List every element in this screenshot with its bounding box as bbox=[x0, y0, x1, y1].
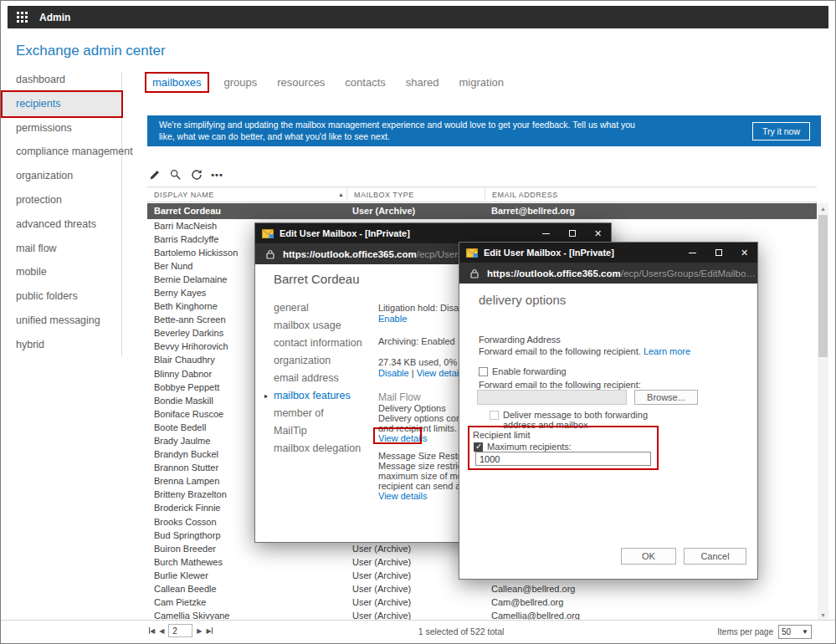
archive-links: Disable | View details bbox=[378, 368, 465, 378]
window-controls: ✕ bbox=[533, 223, 611, 243]
maximum-recipients-label: Maximum recipients: bbox=[487, 442, 572, 452]
mailbox-settings-menu: generalmailbox usagecontact informationo… bbox=[274, 299, 362, 457]
search-icon[interactable] bbox=[168, 167, 182, 181]
page-number-input[interactable] bbox=[168, 624, 192, 637]
scroll-up-icon[interactable]: ▲ bbox=[818, 203, 828, 214]
sidebar-nav: dashboardrecipientspermissionscompliance… bbox=[3, 68, 121, 357]
display-name-cell: Buiron Breeder bbox=[154, 542, 345, 555]
table-row[interactable]: Cam PietzkeUser (Archive)Cam@bellred.org bbox=[147, 595, 817, 609]
browse-button[interactable]: Browse... bbox=[634, 390, 698, 405]
delivery-view-details-link[interactable]: View details bbox=[378, 433, 428, 443]
email-address-cell: Callean@bellred.org bbox=[491, 582, 809, 595]
items-per-page: Items per page 50 ▼ bbox=[717, 625, 812, 639]
column-header-email-address[interactable]: EMAIL ADDRESS bbox=[485, 187, 817, 202]
deliver-both-checkbox[interactable] bbox=[490, 411, 499, 420]
menu-item-general[interactable]: general bbox=[274, 299, 362, 317]
pagination-controls: ◀ ◀ ▶ ▶ bbox=[149, 624, 213, 637]
menu-item-email-address[interactable]: email address bbox=[274, 370, 362, 387]
sidebar-item-hybrid[interactable]: hybrid bbox=[3, 333, 121, 357]
maximum-recipients-input[interactable] bbox=[475, 452, 651, 466]
menu-item-mailtip[interactable]: MailTip bbox=[274, 422, 362, 440]
table-row[interactable]: Callean BeedleUser (Archive)Callean@bell… bbox=[147, 582, 817, 595]
table-row[interactable]: Camellia SkivyaneUser (Archive)Camellia@… bbox=[147, 609, 817, 621]
sidebar-item-recipients[interactable]: recipients bbox=[3, 92, 121, 116]
menu-item-mailbox-usage[interactable]: mailbox usage bbox=[274, 317, 362, 335]
enable-forwarding-checkbox[interactable] bbox=[479, 367, 488, 376]
column-header-mailbox-type[interactable]: MAILBOX TYPE bbox=[346, 187, 485, 202]
try-it-now-button[interactable]: Try it now bbox=[752, 122, 810, 141]
sidebar-item-organization[interactable]: organization bbox=[3, 164, 121, 188]
link-separator: | bbox=[409, 368, 417, 378]
tab-shared[interactable]: shared bbox=[401, 72, 444, 93]
menu-item-contact-information[interactable]: contact information bbox=[274, 335, 362, 352]
menu-item-organization[interactable]: organization bbox=[274, 352, 362, 370]
popup1-titlebar[interactable]: Edit User Mailbox - [InPrivate] ✕ bbox=[255, 223, 611, 243]
prev-page-button[interactable]: ◀ bbox=[159, 627, 164, 635]
feedback-banner: We're simplifying and updating the mailb… bbox=[147, 115, 821, 146]
last-page-button[interactable]: ▶ bbox=[206, 627, 212, 635]
sidebar-item-dashboard[interactable]: dashboard bbox=[3, 68, 121, 92]
menu-item-mailbox-features[interactable]: ▸mailbox features bbox=[274, 387, 362, 405]
scrollbar[interactable]: ▲ ▼ bbox=[818, 203, 828, 621]
sidebar-item-unified-messaging[interactable]: unified messaging bbox=[3, 309, 121, 333]
popup2-titlebar[interactable]: Edit User Mailbox - [InPrivate] ✕ bbox=[459, 243, 757, 263]
display-name-cell: Callean Beedle bbox=[154, 582, 345, 595]
mail-window-icon bbox=[262, 229, 274, 238]
items-per-page-select[interactable]: 50 ▼ bbox=[778, 625, 812, 639]
recipient-limit-title: Recipient limit bbox=[473, 430, 530, 440]
maximize-button[interactable] bbox=[705, 243, 731, 263]
sidebar-item-mail-flow[interactable]: mail flow bbox=[3, 237, 121, 261]
forwarding-recipient-input[interactable] bbox=[477, 390, 627, 405]
delivery-options-desc2: and recipient limits. bbox=[378, 423, 457, 433]
app-launcher-icon[interactable] bbox=[17, 12, 28, 23]
mail-window-icon bbox=[466, 248, 478, 258]
chevron-down-icon: ▼ bbox=[802, 628, 808, 636]
tab-resources[interactable]: resources bbox=[272, 72, 330, 93]
email-address-cell: Cam@bellred.org bbox=[491, 595, 809, 609]
next-page-button[interactable]: ▶ bbox=[197, 627, 202, 635]
column-header-display-name[interactable]: DISPLAY NAME bbox=[147, 187, 346, 202]
minimize-button[interactable] bbox=[680, 243, 705, 263]
edit-icon[interactable] bbox=[147, 167, 162, 181]
table-row[interactable]: Barret CordeauUser (Archive)Barret@bellr… bbox=[147, 203, 817, 219]
tab-migration[interactable]: migration bbox=[454, 72, 509, 93]
archiving-status: Archiving: Enabled bbox=[378, 336, 455, 346]
first-page-button[interactable]: ◀ bbox=[149, 627, 155, 635]
items-per-page-value: 50 bbox=[782, 627, 791, 636]
exchange-admin-center-window: Admin Exchange admin center dashboardrec… bbox=[0, 0, 836, 644]
more-icon[interactable]: ••• bbox=[210, 167, 224, 181]
app-name: Admin bbox=[39, 12, 70, 23]
cancel-button[interactable]: Cancel bbox=[684, 548, 746, 565]
deliver-both-label-line1: Deliver message to both forwarding bbox=[503, 410, 648, 420]
mailbox-type-cell: User (Archive) bbox=[352, 595, 482, 609]
maximum-recipients-checkbox[interactable]: ✓ bbox=[474, 442, 483, 452]
close-button[interactable]: ✕ bbox=[585, 223, 611, 243]
refresh-icon[interactable] bbox=[189, 167, 203, 181]
tab-mailboxes[interactable]: mailboxes bbox=[145, 72, 209, 93]
sidebar-item-permissions[interactable]: permissions bbox=[3, 116, 121, 141]
sidebar-item-compliance-management[interactable]: compliance management bbox=[3, 140, 121, 164]
maximize-button[interactable] bbox=[559, 223, 585, 243]
tab-contacts[interactable]: contacts bbox=[340, 72, 390, 93]
sidebar-item-public-folders[interactable]: public folders bbox=[3, 284, 121, 309]
tab-groups[interactable]: groups bbox=[219, 72, 263, 93]
enable-litigation-link[interactable]: Enable bbox=[378, 314, 407, 324]
sidebar-item-advanced-threats[interactable]: advanced threats bbox=[3, 212, 121, 237]
close-button[interactable]: ✕ bbox=[731, 243, 757, 263]
disable-archive-link[interactable]: Disable bbox=[378, 368, 409, 378]
popup2-urlbar[interactable]: https://outlook.office365.com/ecp/UsersG… bbox=[459, 263, 757, 284]
sidebar-item-protection[interactable]: protection bbox=[3, 188, 121, 212]
menu-item-mailbox-delegation[interactable]: mailbox delegation bbox=[274, 440, 362, 457]
sidebar-item-mobile[interactable]: mobile bbox=[3, 260, 121, 284]
learn-more-link[interactable]: Learn more bbox=[644, 346, 690, 356]
display-name-cell: Burch Mathewes bbox=[154, 555, 345, 569]
display-name-cell: Cam Pietzke bbox=[154, 595, 345, 609]
message-size-view-details-link[interactable]: View details bbox=[378, 491, 428, 501]
minimize-button[interactable] bbox=[533, 223, 559, 243]
ok-button[interactable]: OK bbox=[621, 548, 676, 565]
email-address-cell: Barret@bellred.org bbox=[491, 203, 809, 219]
top-app-bar: Admin bbox=[8, 6, 828, 28]
scrollbar-thumb[interactable] bbox=[818, 215, 828, 357]
delivery-options-heading: delivery options bbox=[479, 293, 566, 307]
menu-item-member-of[interactable]: member of bbox=[274, 405, 362, 422]
